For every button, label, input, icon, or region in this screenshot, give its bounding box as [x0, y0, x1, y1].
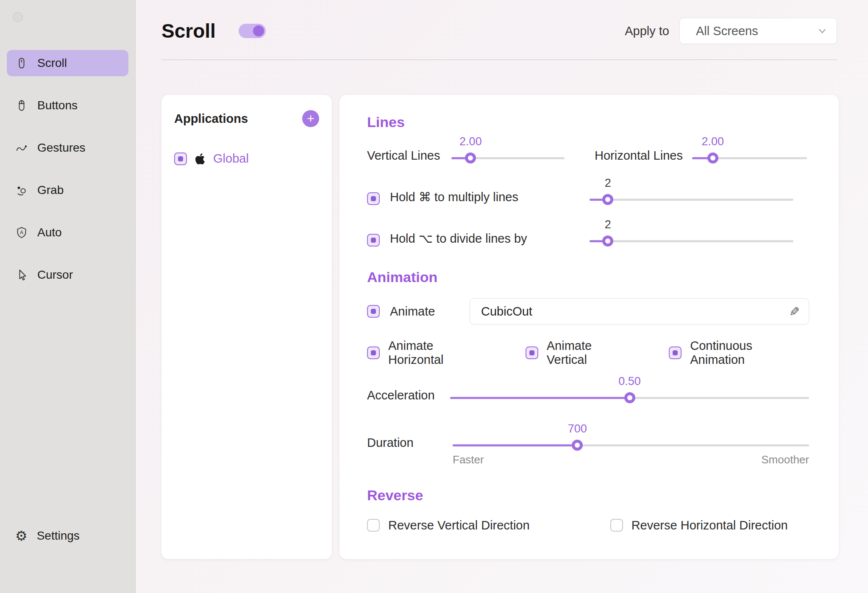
application-checkbox[interactable]: [174, 152, 187, 165]
animate-horizontal-option[interactable]: Animate Horizontal: [367, 339, 492, 367]
slider-track: [590, 240, 793, 242]
animate-checkbox[interactable]: [367, 305, 380, 318]
sidebar-item-label: Grab: [37, 183, 64, 197]
slider-value: 2: [605, 177, 611, 190]
vertical-lines-label: Vertical Lines: [367, 149, 451, 163]
reverse-options-row: Reverse Vertical Direction Reverse Horiz…: [367, 519, 809, 532]
duration-hints: Faster Smoother: [453, 453, 809, 466]
reverse-horizontal-option[interactable]: Reverse Horizontal Direction: [610, 518, 788, 532]
divide-lines-slider[interactable]: 2: [590, 218, 793, 247]
applications-title: Applications: [174, 112, 248, 126]
scroll-enabled-toggle[interactable]: [239, 24, 266, 38]
apply-to-label: Apply to: [625, 24, 669, 38]
animation-section-heading: Animation: [367, 269, 809, 285]
apple-logo-icon: [195, 152, 206, 165]
duration-row: Duration 700: [367, 422, 809, 451]
acceleration-label: Acceleration: [367, 388, 450, 403]
cursor-icon: [15, 269, 28, 281]
easing-input[interactable]: CubicOut ✎: [470, 298, 809, 324]
gestures-icon: [15, 141, 28, 154]
divide-lines-label: Hold ⌥ to divide lines by: [390, 231, 590, 247]
easing-value: CubicOut: [481, 305, 532, 319]
sidebar: Scroll Buttons Gestures Grab A Auto Curs…: [0, 0, 136, 593]
applications-card: Applications + Global: [161, 95, 332, 559]
sidebar-item-label: Buttons: [37, 99, 78, 112]
gear-icon: ⚙: [15, 529, 28, 543]
slider-track: [453, 444, 809, 446]
animate-horizontal-label: Animate Horizontal: [388, 339, 492, 367]
main-panel: Scroll Apply to All Screens Applications…: [136, 0, 868, 593]
pencil-icon[interactable]: ✎: [787, 306, 801, 316]
slider-value: 2: [605, 218, 611, 231]
add-application-button[interactable]: +: [302, 110, 319, 127]
reverse-vertical-option[interactable]: Reverse Vertical Direction: [367, 518, 530, 532]
auto-icon: A: [15, 226, 28, 239]
slider-value: 0.50: [618, 375, 641, 388]
application-label: Global: [213, 152, 249, 166]
slider-value: 2.00: [701, 135, 724, 148]
horizontal-lines-slider[interactable]: 2.00: [692, 135, 807, 163]
reverse-horizontal-label: Reverse Horizontal Direction: [632, 518, 788, 532]
horizontal-lines-label: Horizontal Lines: [595, 149, 692, 163]
page-title: Scroll: [161, 19, 216, 43]
duration-label: Duration: [367, 436, 453, 451]
sidebar-nav: Scroll Buttons Gestures Grab A Auto Curs…: [0, 0, 135, 288]
animate-vertical-label: Animate Vertical: [547, 339, 635, 367]
slider-thumb[interactable]: [465, 152, 476, 163]
lines-section-heading: Lines: [367, 114, 809, 130]
slider-thumb[interactable]: [602, 194, 613, 205]
chevron-down-icon: [817, 26, 827, 36]
animate-row: Animate CubicOut ✎: [367, 298, 809, 324]
reverse-section-heading: Reverse: [367, 487, 809, 504]
sidebar-item-label: Auto: [37, 226, 62, 239]
toggle-knob: [253, 25, 264, 36]
multiply-lines-row: Hold ⌘ to multiply lines 2: [367, 176, 809, 205]
sidebar-item-grab[interactable]: Grab: [7, 177, 128, 203]
header-divider: [161, 59, 837, 60]
divide-lines-checkbox[interactable]: [367, 234, 380, 247]
slider-thumb[interactable]: [707, 152, 718, 163]
applications-header: Applications +: [174, 110, 319, 127]
sidebar-item-label: Scroll: [37, 56, 67, 70]
multiply-lines-label: Hold ⌘ to multiply lines: [390, 190, 590, 205]
sidebar-item-buttons[interactable]: Buttons: [7, 92, 128, 119]
multiply-lines-checkbox[interactable]: [367, 192, 380, 205]
sidebar-item-auto[interactable]: A Auto: [7, 219, 128, 246]
grab-icon: [15, 184, 28, 197]
vertical-lines-slider[interactable]: 2.00: [451, 135, 565, 163]
reverse-vertical-checkbox[interactable]: [367, 519, 380, 532]
window-close-button[interactable]: [13, 12, 23, 22]
scroll-mouse-icon: [15, 57, 28, 69]
animate-horizontal-checkbox[interactable]: [367, 346, 380, 359]
app-window: Scroll Buttons Gestures Grab A Auto Curs…: [0, 0, 868, 593]
acceleration-row: Acceleration 0.50: [367, 374, 809, 403]
lines-row: Vertical Lines 2.00 Horizontal Lines 2.0…: [367, 135, 809, 163]
reverse-horizontal-checkbox[interactable]: [610, 519, 623, 532]
application-list-item[interactable]: Global: [174, 152, 319, 166]
animate-vertical-option[interactable]: Animate Vertical: [526, 339, 635, 367]
scroll-settings-card: Lines Vertical Lines 2.00 Horizontal Lin…: [339, 95, 839, 559]
multiply-lines-slider[interactable]: 2: [590, 176, 793, 205]
slider-thumb[interactable]: [602, 236, 613, 247]
sidebar-item-label: Settings: [37, 529, 80, 543]
animate-label: Animate: [390, 305, 470, 319]
continuous-animation-option[interactable]: Continuous Animation: [669, 339, 809, 367]
screen-selector-dropdown[interactable]: All Screens: [679, 18, 837, 44]
animate-vertical-checkbox[interactable]: [526, 346, 538, 359]
continuous-animation-checkbox[interactable]: [669, 346, 682, 359]
sidebar-item-scroll[interactable]: Scroll: [7, 50, 128, 76]
sidebar-item-settings[interactable]: ⚙ Settings: [7, 523, 128, 549]
reverse-vertical-label: Reverse Vertical Direction: [388, 518, 530, 532]
duration-hint-faster: Faster: [453, 453, 484, 466]
content-area: Applications + Global Lines Vertical Lin…: [161, 95, 839, 559]
sidebar-item-label: Gestures: [37, 141, 86, 155]
slider-thumb[interactable]: [624, 392, 635, 403]
duration-hint-smoother: Smoother: [761, 453, 809, 466]
acceleration-slider[interactable]: 0.50: [450, 374, 809, 403]
duration-slider[interactable]: 700: [453, 422, 809, 451]
sidebar-item-cursor[interactable]: Cursor: [7, 262, 128, 288]
continuous-animation-label: Continuous Animation: [690, 339, 809, 367]
page-header: Scroll Apply to All Screens: [136, 0, 868, 44]
slider-thumb[interactable]: [572, 440, 583, 451]
sidebar-item-gestures[interactable]: Gestures: [7, 135, 128, 161]
